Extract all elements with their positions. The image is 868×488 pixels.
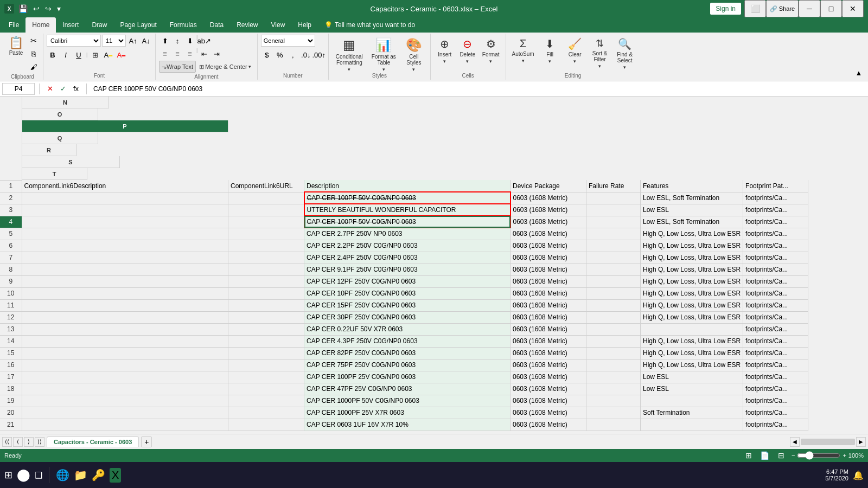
cell-P5[interactable]: CAP CER 2.7PF 250V NP0 0603 bbox=[304, 228, 510, 240]
cell-O11[interactable] bbox=[228, 299, 304, 311]
cell-P11[interactable]: CAP CER 15PF 250V C0G/NP0 0603 bbox=[304, 299, 510, 311]
align-center-button[interactable]: ≡ bbox=[171, 48, 183, 60]
cell-O15[interactable] bbox=[228, 347, 304, 359]
cell-O3[interactable] bbox=[228, 204, 304, 216]
underline-button[interactable]: U bbox=[73, 49, 85, 61]
cell-Q14[interactable]: 0603 (1608 Metric) bbox=[510, 335, 586, 347]
cell-O19[interactable] bbox=[228, 395, 304, 407]
decrease-font-button[interactable]: A↓ bbox=[140, 35, 152, 47]
cell-S8[interactable]: High Q, Low Loss, Ultra Low ESR bbox=[641, 264, 743, 275]
tab-data[interactable]: Data bbox=[203, 17, 230, 33]
cell-N15[interactable] bbox=[22, 347, 228, 359]
cell-O4[interactable] bbox=[228, 216, 304, 228]
cell-R21[interactable] bbox=[586, 419, 641, 431]
cell-N1[interactable]: ComponentLink6Description bbox=[22, 180, 228, 192]
cell-P7[interactable]: CAP CER 2.4PF 250V C0G/NP0 0603 bbox=[304, 252, 510, 264]
cell-P18[interactable]: CAP CER 47PF 25V C0G/NP0 0603 bbox=[304, 383, 510, 395]
cell-T1[interactable]: Footprint Pat... bbox=[743, 180, 808, 192]
cell-S18[interactable]: Low ESL bbox=[641, 383, 743, 395]
tab-file[interactable]: File bbox=[2, 17, 25, 33]
cell-Q8[interactable]: 0603 (1608 Metric) bbox=[510, 264, 586, 275]
undo-button[interactable]: ↩ bbox=[31, 3, 42, 14]
add-sheet-button[interactable]: + bbox=[141, 436, 152, 447]
cell-S6[interactable]: High Q, Low Loss, Ultra Low ESR bbox=[641, 240, 743, 252]
cell-N16[interactable] bbox=[22, 359, 228, 371]
cell-Q4[interactable]: 0603 (1608 Metric) bbox=[510, 216, 586, 228]
tab-draw[interactable]: Draw bbox=[85, 17, 113, 33]
cell-S19[interactable] bbox=[641, 395, 743, 407]
cell-S14[interactable]: High Q, Low Loss, Ultra Low ESR bbox=[641, 335, 743, 347]
page-layout-view-button[interactable]: 📄 bbox=[759, 450, 771, 461]
row-header-7[interactable]: 7 bbox=[0, 252, 22, 264]
cell-Q1[interactable]: Device Package bbox=[510, 180, 586, 192]
cell-R2[interactable] bbox=[586, 192, 641, 204]
cell-N4[interactable] bbox=[22, 216, 228, 228]
tab-scroll-next[interactable]: ⟩ bbox=[24, 437, 34, 447]
cell-Q10[interactable]: 0603 (1608 Metric) bbox=[510, 287, 586, 299]
cell-R16[interactable] bbox=[586, 359, 641, 371]
normal-view-button[interactable]: ⊞ bbox=[743, 450, 755, 461]
save-button[interactable]: 💾 bbox=[16, 3, 30, 14]
delete-cells-button[interactable]: ⊖ Delete ▾ bbox=[457, 35, 478, 67]
cell-T18[interactable]: footprints/Ca... bbox=[743, 383, 808, 395]
cell-Q7[interactable]: 0603 (1608 Metric) bbox=[510, 252, 586, 264]
search-button[interactable]: ⬤ bbox=[17, 468, 30, 482]
cell-O9[interactable] bbox=[228, 275, 304, 287]
cell-R17[interactable] bbox=[586, 371, 641, 383]
cell-R4[interactable] bbox=[586, 216, 641, 228]
cell-Q18[interactable]: 0603 (1608 Metric) bbox=[510, 383, 586, 395]
cell-P13[interactable]: CAP CER 0.22UF 50V X7R 0603 bbox=[304, 323, 510, 335]
cell-Q13[interactable]: 0603 (1608 Metric) bbox=[510, 323, 586, 335]
cell-N10[interactable] bbox=[22, 287, 228, 299]
tab-home[interactable]: Home bbox=[25, 17, 56, 33]
cell-R15[interactable] bbox=[586, 347, 641, 359]
row-header-12[interactable]: 12 bbox=[0, 311, 22, 323]
autosum-button[interactable]: Σ AutoSum ▾ bbox=[509, 35, 537, 67]
font-color-button[interactable]: A▬ bbox=[115, 49, 127, 61]
conditional-formatting-button[interactable]: ▦ ConditionalFormatting ▾ bbox=[332, 35, 367, 67]
h-scrollbar[interactable] bbox=[801, 439, 855, 445]
row-header-17[interactable]: 17 bbox=[0, 371, 22, 383]
sort-filter-button[interactable]: ⇅ Sort &Filter ▾ bbox=[588, 35, 612, 67]
excel-taskbar-button[interactable]: X bbox=[110, 468, 121, 483]
font-size-select[interactable]: 11 bbox=[102, 35, 126, 47]
row-header-20[interactable]: 20 bbox=[0, 407, 22, 419]
format-cells-button[interactable]: ⚙ Format ▾ bbox=[480, 35, 502, 67]
cell-S9[interactable]: High Q, Low Loss, Ultra Low ESR bbox=[641, 275, 743, 287]
cell-T14[interactable]: footprints/Ca... bbox=[743, 335, 808, 347]
file-explorer-button[interactable]: 📁 bbox=[74, 468, 87, 481]
copy-button[interactable]: ⎘ bbox=[28, 48, 40, 60]
col-header-N[interactable]: N bbox=[22, 97, 109, 108]
cell-R14[interactable] bbox=[586, 335, 641, 347]
cell-O18[interactable] bbox=[228, 383, 304, 395]
cell-R5[interactable] bbox=[586, 228, 641, 240]
bold-button[interactable]: B bbox=[47, 49, 59, 61]
insert-cells-button[interactable]: ⊕ Insert ▾ bbox=[434, 35, 456, 67]
cell-N12[interactable] bbox=[22, 311, 228, 323]
cell-P9[interactable]: CAP CER 12PF 250V C0G/NP0 0603 bbox=[304, 275, 510, 287]
cell-Q16[interactable]: 0603 (1608 Metric) bbox=[510, 359, 586, 371]
cell-S15[interactable]: High Q, Low Loss, Ultra Low ESR bbox=[641, 347, 743, 359]
row-header-14[interactable]: 14 bbox=[0, 335, 22, 347]
sheet-tab[interactable]: Capacitors - Ceramic - 0603 bbox=[47, 436, 139, 447]
tab-page-layout[interactable]: Page Layout bbox=[113, 17, 163, 33]
cell-R9[interactable] bbox=[586, 275, 641, 287]
redo-button[interactable]: ↪ bbox=[43, 3, 54, 14]
cell-S12[interactable]: High Q, Low Loss, Ultra Low ESR bbox=[641, 311, 743, 323]
cell-R8[interactable] bbox=[586, 264, 641, 275]
cell-T2[interactable]: footprints/Ca... bbox=[743, 192, 808, 204]
tab-scroll-first[interactable]: ⟨⟨ bbox=[2, 437, 12, 447]
format-painter-button[interactable]: 🖌 bbox=[28, 61, 40, 73]
cell-P20[interactable]: CAP CER 1000PF 25V X7R 0603 bbox=[304, 407, 510, 419]
font-family-select[interactable]: Calibri bbox=[47, 35, 101, 47]
row-header-9[interactable]: 9 bbox=[0, 275, 22, 287]
cut-button[interactable]: ✂ bbox=[28, 35, 40, 47]
cell-P17[interactable]: CAP CER 100PF 25V C0G/NP0 0603 bbox=[304, 371, 510, 383]
decrease-indent-button[interactable]: ⇤ bbox=[198, 48, 210, 60]
cell-S7[interactable]: High Q, Low Loss, Ultra Low ESR bbox=[641, 252, 743, 264]
clock[interactable]: 6:47 PM 5/7/2020 bbox=[825, 468, 848, 481]
col-header-O[interactable]: O bbox=[22, 108, 98, 120]
cell-T17[interactable]: footprints/Ca... bbox=[743, 371, 808, 383]
cell-Q15[interactable]: 0603 (1608 Metric) bbox=[510, 347, 586, 359]
cell-O12[interactable] bbox=[228, 311, 304, 323]
